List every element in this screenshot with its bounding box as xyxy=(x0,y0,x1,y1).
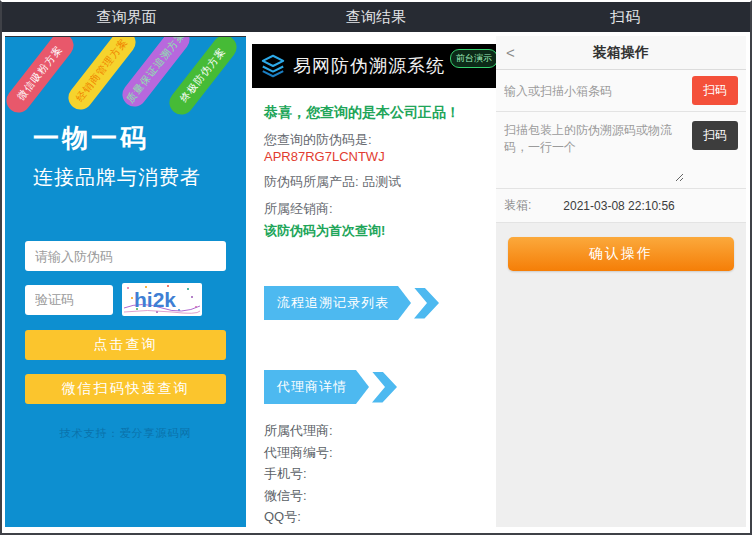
code-label: 您查询的防伪码是: xyxy=(264,132,372,147)
captcha-image[interactable]: hi2k xyxy=(122,283,202,316)
pack-timestamp: 2021-03-08 22:10:56 xyxy=(563,199,674,213)
result-panel: 易网防伪溯源系统 前台演示 恭喜，您查询的是本公司正品！ 您查询的防伪码是: A… xyxy=(246,36,496,527)
agent-field: 所属代理商: xyxy=(264,420,486,442)
query-button[interactable]: 点击查询 xyxy=(25,330,226,360)
agent-field: 代理商编号: xyxy=(264,442,486,464)
codes-textarea-row: 扫码 xyxy=(496,112,746,189)
trace-records-label: 流程追溯记录列表 xyxy=(264,286,411,320)
code-value: APR87RG7LCNTWJ xyxy=(264,149,385,164)
app-window: 查询界面 查询结果 扫码 微信吸粉方案 经销商管理方案 质量保证追溯方案 终极防… xyxy=(0,0,752,535)
agent-field: 手机号: xyxy=(264,463,486,485)
codes-textarea[interactable] xyxy=(504,118,684,182)
top-tab-bar: 查询界面 查询结果 扫码 xyxy=(2,2,750,32)
agent-field: 微信号: xyxy=(264,485,486,507)
product-line: 防伪码所属产品: 品测试 xyxy=(264,173,486,191)
congrats-text: 恭喜，您查询的是本公司正品！ xyxy=(264,104,486,122)
scan-codes-button[interactable]: 扫码 xyxy=(692,121,738,150)
support-text: 技术支持：爱分享源码网 xyxy=(25,426,226,441)
captcha-text: hi2k xyxy=(134,288,176,311)
panels-container: 微信吸粉方案 经销商管理方案 质量保证追溯方案 终极防伪方案 一物一码 连接品牌… xyxy=(2,32,750,533)
brand-header: 易网防伪溯源系统 前台演示 xyxy=(252,44,496,88)
scan-header: < 装箱操作 xyxy=(496,36,746,70)
agent-detail-list: 所属代理商: 代理商编号: 手机号: 微信号: QQ号: 联系电话: 联系地址: xyxy=(264,420,486,527)
brand-title: 易网防伪溯源系统 xyxy=(293,54,445,78)
agent-detail-label: 代理商详情 xyxy=(264,370,369,404)
tab-query-interface[interactable]: 查询界面 xyxy=(2,2,251,32)
confirm-button[interactable]: 确认操作 xyxy=(508,237,734,271)
tab-scan[interactable]: 扫码 xyxy=(501,2,750,32)
layers-logo-icon xyxy=(260,53,286,79)
dealer-label: 所属经销商: xyxy=(264,200,486,218)
agent-field: QQ号: xyxy=(264,506,486,527)
pack-time-row: 装箱: 2021-03-08 22:10:56 xyxy=(496,189,746,223)
box-barcode-input[interactable] xyxy=(504,84,684,98)
slogan: 一物一码 连接品牌与消费者 xyxy=(5,121,246,191)
demo-badge: 前台演示 xyxy=(450,49,496,68)
captcha-row: hi2k xyxy=(25,283,226,316)
code-line: 您查询的防伪码是: APR87RG7LCNTWJ xyxy=(264,131,486,164)
scan-box-button[interactable]: 扫码 xyxy=(692,76,738,105)
query-form: hi2k 点击查询 微信扫码快速查询 技术支持：爱分享源码网 xyxy=(5,241,246,441)
wechat-scan-button[interactable]: 微信扫码快速查询 xyxy=(25,374,226,404)
trace-records-banner[interactable]: 流程追溯记录列表 xyxy=(264,286,496,320)
chevron-right-icon xyxy=(372,372,397,403)
back-icon[interactable]: < xyxy=(506,44,515,61)
slogan-line2: 连接品牌与消费者 xyxy=(33,164,246,191)
security-code-input[interactable] xyxy=(25,241,226,271)
captcha-input[interactable] xyxy=(25,285,113,315)
tab-query-result[interactable]: 查询结果 xyxy=(251,2,500,32)
ribbon-wechat-fans: 微信吸粉方案 xyxy=(5,36,78,117)
result-content: 恭喜，您查询的是本公司正品！ 您查询的防伪码是: APR87RG7LCNTWJ … xyxy=(246,88,496,240)
scan-title: 装箱操作 xyxy=(496,44,746,62)
query-panel: 微信吸粉方案 经销商管理方案 质量保证追溯方案 终极防伪方案 一物一码 连接品牌… xyxy=(5,36,246,527)
pack-label: 装箱: xyxy=(504,197,531,214)
scan-panel: < 装箱操作 扫码 扫码 装箱: 2021-03-08 22:10:56 确认操… xyxy=(496,36,746,527)
confirm-wrap: 确认操作 xyxy=(496,223,746,271)
slogan-line1: 一物一码 xyxy=(33,121,246,156)
first-query-text: 该防伪码为首次查询! xyxy=(264,222,486,240)
chevron-right-icon xyxy=(414,288,439,319)
box-barcode-row: 扫码 xyxy=(496,70,746,112)
agent-detail-banner[interactable]: 代理商详情 xyxy=(264,370,496,404)
